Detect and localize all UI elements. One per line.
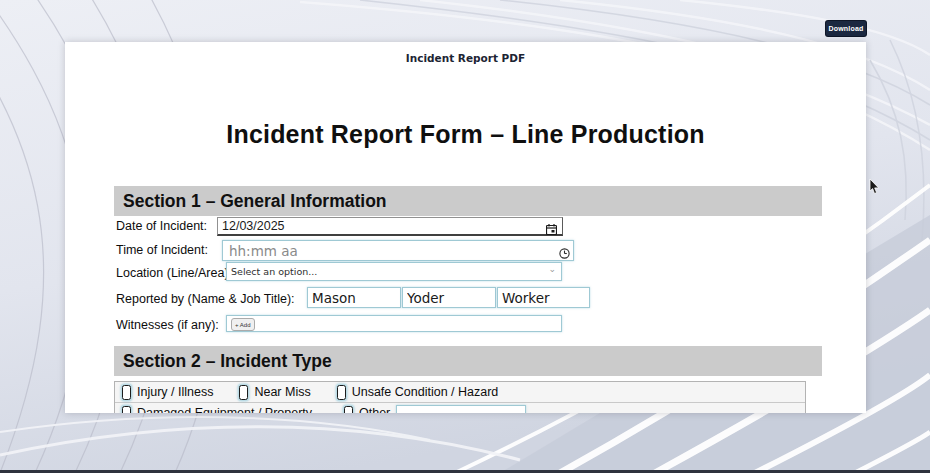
other-text-input[interactable] xyxy=(396,405,526,414)
witnesses-field: + Add xyxy=(226,315,562,332)
other-label: Other xyxy=(359,406,390,413)
unsafe-condition-checkbox[interactable] xyxy=(337,385,346,400)
near-miss-checkbox[interactable] xyxy=(239,385,248,400)
mouse-cursor xyxy=(869,179,881,199)
reported-first-name-input[interactable] xyxy=(307,287,401,308)
clock-icon[interactable] xyxy=(559,245,570,263)
damaged-equipment-label: Damaged Equipment / Property xyxy=(137,406,312,413)
checkbox-item: Damaged Equipment / Property xyxy=(122,406,318,414)
other-checkbox[interactable] xyxy=(344,406,353,414)
incident-type-row-1: Injury / Illness Near Miss Unsafe Condit… xyxy=(115,382,805,403)
checkbox-item: Near Miss xyxy=(239,385,310,400)
near-miss-label: Near Miss xyxy=(254,385,310,399)
injury-illness-checkbox[interactable] xyxy=(122,385,131,400)
time-of-incident-label: Time of Incident: xyxy=(116,243,208,257)
section1-header: Section 1 – General Information xyxy=(114,186,822,216)
unsafe-condition-label: Unsafe Condition / Hazard xyxy=(352,385,499,399)
location-select[interactable]: Select an option... ⌄ xyxy=(226,262,562,281)
witnesses-label: Witnesses (if any): xyxy=(116,318,219,332)
reported-by-label: Reported by (Name & Job Title): xyxy=(116,292,295,306)
add-witness-button[interactable]: + Add xyxy=(231,318,255,331)
location-label: Location (Line/Area): xyxy=(116,266,232,280)
injury-illness-label: Injury / Illness xyxy=(137,385,213,399)
calendar-icon[interactable] xyxy=(546,221,862,239)
time-of-incident-input[interactable] xyxy=(222,240,574,261)
chevron-down-icon: ⌄ xyxy=(548,264,556,274)
reported-last-name-input[interactable] xyxy=(402,287,496,308)
date-of-incident-label: Date of Incident: xyxy=(116,219,207,233)
document-title: Incident Report PDF xyxy=(65,52,866,64)
section2-header: Section 2 – Incident Type xyxy=(114,346,822,376)
download-button[interactable]: Download xyxy=(826,21,866,36)
date-of-incident-input[interactable] xyxy=(217,217,563,236)
reported-job-title-input[interactable] xyxy=(497,287,590,308)
incident-type-row-2: Damaged Equipment / Property Other xyxy=(115,403,805,413)
checkbox-item: Injury / Illness xyxy=(122,385,213,400)
checkbox-item: Other xyxy=(344,405,526,414)
incident-type-box: Injury / Illness Near Miss Unsafe Condit… xyxy=(114,381,806,413)
form-title: Incident Report Form – Line Production xyxy=(65,120,866,149)
damaged-equipment-checkbox[interactable] xyxy=(122,406,131,414)
location-selected-value: Select an option... xyxy=(231,266,317,277)
pdf-page: Incident Report PDF Incident Report Form… xyxy=(65,42,866,413)
checkbox-item: Unsafe Condition / Hazard xyxy=(337,385,499,400)
